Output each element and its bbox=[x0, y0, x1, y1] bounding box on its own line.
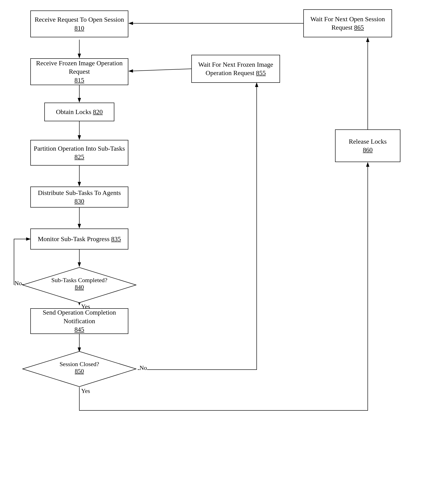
box-845-ref: 845 bbox=[74, 326, 84, 333]
box-860-ref: 860 bbox=[363, 146, 373, 154]
box-865-ref: 865 bbox=[354, 24, 364, 31]
box-855-ref: 855 bbox=[256, 69, 266, 77]
svg-text:850: 850 bbox=[75, 368, 84, 375]
box-820-label: Obtain Locks bbox=[56, 108, 91, 115]
svg-text:840: 840 bbox=[75, 284, 84, 291]
box-845-label: Send Operation Completion Notification bbox=[43, 309, 116, 324]
label-no-850: No bbox=[140, 364, 147, 372]
box-815-label: Receive Frozen Image Operation Request bbox=[36, 60, 123, 75]
box-825-label: Partition Operation Into Sub-Tasks bbox=[34, 145, 125, 152]
box-825-ref: 825 bbox=[74, 153, 84, 160]
box-810-label: Receive Request To Open Session bbox=[34, 16, 124, 23]
box-825: Partition Operation Into Sub-Tasks 825 bbox=[30, 140, 128, 166]
label-no-840: No bbox=[15, 280, 22, 287]
box-830-ref: 830 bbox=[74, 198, 84, 205]
label-yes-850: Yes bbox=[81, 388, 90, 394]
box-815-ref: 815 bbox=[74, 77, 84, 84]
box-860-label: Release Locks bbox=[349, 138, 387, 145]
box-815: Receive Frozen Image Operation Request 8… bbox=[30, 58, 128, 85]
box-860: Release Locks 860 bbox=[335, 129, 400, 162]
diamond-850: Session Closed? 850 bbox=[22, 351, 136, 387]
box-835: Monitor Sub-Task Progress 835 bbox=[30, 229, 128, 250]
box-855: Wait For Next Frozen Image Operation Req… bbox=[191, 55, 280, 83]
flowchart-diagram: Receive Request To Open Session 810 Rece… bbox=[0, 0, 448, 503]
box-830-label: Distribute Sub-Tasks To Agents bbox=[38, 189, 121, 196]
box-845: Send Operation Completion Notification 8… bbox=[30, 308, 128, 334]
svg-text:Session Closed?: Session Closed? bbox=[60, 361, 99, 367]
box-810-ref: 810 bbox=[74, 24, 84, 32]
box-835-label: Monitor Sub-Task Progress bbox=[38, 235, 110, 243]
box-810: Receive Request To Open Session 810 bbox=[30, 11, 128, 37]
box-820-ref: 820 bbox=[93, 108, 103, 115]
box-830: Distribute Sub-Tasks To Agents 830 bbox=[30, 187, 128, 207]
box-865-label: Wait For Next Open Session Request bbox=[310, 16, 385, 31]
box-865: Wait For Next Open Session Request 865 bbox=[303, 9, 392, 37]
box-835-ref: 835 bbox=[111, 235, 121, 243]
box-820: Obtain Locks 820 bbox=[44, 103, 114, 121]
svg-line-10 bbox=[129, 69, 191, 71]
svg-text:Sub-Tasks Completed?: Sub-Tasks Completed? bbox=[51, 277, 107, 283]
diamond-840: Sub-Tasks Completed? 840 bbox=[22, 267, 136, 303]
